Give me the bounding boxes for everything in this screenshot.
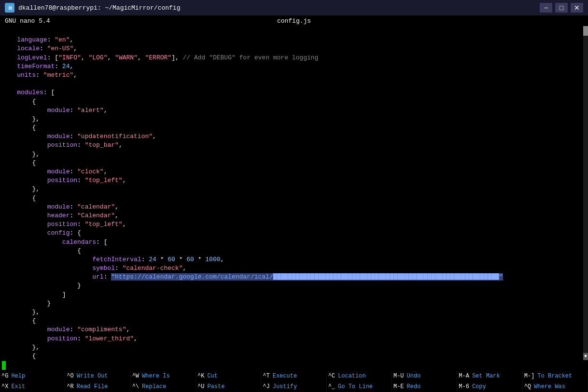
shortcut-justify[interactable]: ^J Justify [261,381,326,392]
app-icon: 🖥 [5,3,14,13]
shortcut-location[interactable]: ^C Location [327,371,392,381]
shortcut-execute[interactable]: ^T Execute [261,371,326,381]
titlebar: 🖥 dkallen78@raspberrypi: ~/MagicMirror/c… [0,0,588,15]
shortcut-label-replace: Replace [140,383,168,390]
status-indicator [2,361,6,370]
shortcut-wherewas[interactable]: ^Q Where Was [523,381,588,392]
shortcut-bar: ^G Help ^O Write Out ^W Where Is ^K Cut … [0,371,588,392]
shortcut-key-location: ^C [327,373,336,379]
shortcut-replace[interactable]: ^\ Replace [131,381,196,392]
shortcut-cut[interactable]: ^K Cut [196,371,261,381]
shortcut-key-whereis: ^W [131,373,140,379]
window-title: dkallen78@raspberrypi: ~/MagicMirror/con… [18,4,540,12]
shortcut-label-whereis: Where Is [140,373,171,379]
shortcut-key-gotoline: ^_ [327,383,336,390]
shortcut-label-copy: Copy [471,383,488,390]
shortcut-label-writeout: Write Out [75,373,110,379]
shortcut-label-undo: Undo [406,373,422,379]
shortcut-label-redo: Redo [406,383,422,390]
nano-header: GNU nano 5.4 config.js [0,15,588,26]
shortcut-row-1: ^G Help ^O Write Out ^W Where Is ^K Cut … [0,371,588,381]
shortcut-key-writeout: ^O [65,373,75,379]
shortcut-setmark[interactable]: M-A Set Mark [457,371,522,381]
shortcut-label-setmark: Set Mark [471,373,502,379]
shortcut-label-justify: Justify [271,383,298,390]
shortcut-label-readfile: Read File [75,383,110,390]
shortcut-label-execute: Execute [271,373,298,379]
shortcut-redo[interactable]: M-E Redo [392,381,457,392]
shortcut-key-help: ^G [0,373,10,379]
shortcut-copy[interactable]: M-6 Copy [457,381,522,392]
shortcut-label-help: Help [10,373,27,379]
shortcut-key-execute: ^T [261,373,271,379]
scrollbar-right[interactable]: ▼ [583,26,588,360]
shortcut-label-tobracket: To Bracket [536,373,574,379]
minimize-button[interactable]: − [540,3,552,13]
shortcut-label-cut: Cut [206,373,219,379]
shortcut-key-undo: M-U [392,373,406,379]
shortcut-key-paste: ^U [196,383,206,390]
window-controls: − □ ✕ [540,3,583,13]
shortcut-key-setmark: M-A [457,373,471,379]
shortcut-key-tobracket: M-] [523,373,536,379]
main-window: 🖥 dkallen78@raspberrypi: ~/MagicMirror/c… [0,0,588,392]
scrollbar-down-arrow[interactable]: ▼ [583,353,588,360]
shortcut-label-wherewas: Where Was [532,383,567,390]
shortcut-key-wherewas: ^Q [523,383,532,390]
shortcut-readfile[interactable]: ^R Read File [65,381,130,392]
maximize-button[interactable]: □ [555,3,568,13]
shortcut-tobracket[interactable]: M-] To Bracket [523,371,588,381]
shortcut-row-2: ^X Exit ^R Read File ^\ Replace ^U Paste… [0,381,588,392]
shortcut-key-copy: M-6 [457,383,471,390]
shortcut-label-paste: Paste [206,383,226,390]
status-bar [0,360,588,371]
shortcut-key-cut: ^K [196,373,206,379]
shortcut-key-readfile: ^R [65,383,75,390]
editor-content[interactable]: language: "en", locale: "en-US", logLeve… [0,26,588,360]
nano-version: GNU nano 5.4 [5,17,50,25]
shortcut-key-replace: ^\ [131,383,140,390]
shortcut-writeout[interactable]: ^O Write Out [65,371,130,381]
shortcut-paste[interactable]: ^U Paste [196,381,261,392]
editor-area[interactable]: language: "en", locale: "en-US", logLeve… [0,26,588,360]
shortcut-whereis[interactable]: ^W Where Is [131,371,196,381]
shortcut-help[interactable]: ^G Help [0,371,65,381]
close-button[interactable]: ✕ [571,3,583,13]
shortcut-label-exit: Exit [10,383,27,390]
shortcut-label-location: Location [336,373,367,379]
shortcut-undo[interactable]: M-U Undo [392,371,457,381]
shortcut-key-redo: M-E [392,383,406,390]
shortcut-gotoline[interactable]: ^_ Go To Line [327,381,392,392]
shortcut-exit[interactable]: ^X Exit [0,381,65,392]
nano-filename: config.js [277,17,311,25]
shortcut-key-justify: ^J [261,383,271,390]
shortcut-label-gotoline: Go To Line [336,383,374,390]
shortcut-key-exit: ^X [0,383,10,390]
scrollbar-thumb[interactable] [583,26,588,36]
